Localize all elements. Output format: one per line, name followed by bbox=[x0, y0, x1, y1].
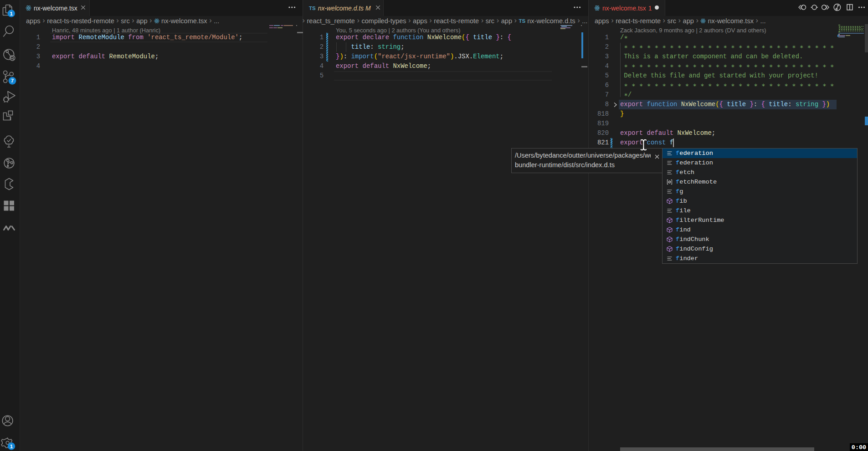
svg-text:1: 1 bbox=[10, 444, 13, 449]
svg-text:1: 1 bbox=[10, 11, 13, 16]
svg-text:7: 7 bbox=[11, 78, 14, 83]
